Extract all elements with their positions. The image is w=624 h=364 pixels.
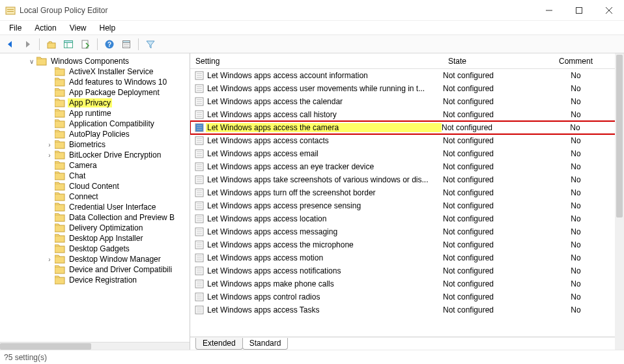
list-row[interactable]: Let Windows apps access the calendarNot …	[190, 95, 624, 108]
tree-node[interactable]: App Package Deployment	[0, 87, 190, 98]
scrollbar-thumb[interactable]	[616, 55, 623, 217]
list-row[interactable]: Let Windows apps access notificationsNot…	[190, 264, 624, 277]
cell-state: Not configured	[443, 201, 528, 210]
filter-button[interactable]	[143, 37, 158, 51]
list-row[interactable]: Let Windows apps access call historyNot …	[190, 108, 624, 121]
folder-icon	[36, 57, 47, 66]
window-title: Local Group Policy Editor	[20, 6, 534, 15]
list-rows[interactable]: Let Windows apps access account informat…	[190, 69, 624, 337]
maximize-button[interactable]	[564, 0, 594, 21]
chevron-down-icon[interactable]: ∨	[26, 58, 36, 65]
list-row[interactable]: Let Windows apps access the cameraNot co…	[190, 121, 624, 134]
vertical-scrollbar[interactable]	[615, 53, 624, 350]
tree-node[interactable]: ›Desktop Window Manager	[0, 254, 190, 264]
list-row[interactable]: Let Windows apps access user movements w…	[190, 82, 624, 95]
tree-node[interactable]: Desktop App Installer	[0, 233, 190, 244]
svg-rect-33	[55, 215, 64, 221]
cell-comment: No	[528, 149, 624, 158]
cell-setting: Let Windows apps access presence sensing	[207, 201, 443, 210]
list-row[interactable]: Let Windows apps make phone callsNot con…	[190, 277, 624, 290]
menu-help[interactable]: Help	[93, 22, 122, 34]
toolbar: ?	[0, 35, 624, 53]
tree-node[interactable]: Application Compatibility	[0, 119, 190, 129]
svg-rect-30	[55, 184, 64, 190]
scrollbar-thumb[interactable]	[0, 343, 91, 350]
expander-icon[interactable]: ›	[44, 141, 55, 148]
folder-icon	[55, 161, 65, 170]
policy-icon	[194, 148, 205, 159]
svg-rect-26	[55, 142, 64, 148]
forward-button[interactable]	[20, 37, 35, 51]
tree-node[interactable]: ›Biometrics	[0, 139, 190, 150]
tree-scroll[interactable]: ∨ Windows Components ActiveX Installer S…	[0, 53, 190, 342]
close-button[interactable]	[594, 0, 624, 21]
cell-setting: Let Windows apps access email	[207, 149, 443, 158]
tab-standard[interactable]: Standard	[242, 338, 289, 350]
tree-node[interactable]: Connect	[0, 191, 190, 202]
list-row[interactable]: Let Windows apps access TasksNot configu…	[190, 303, 624, 316]
policy-icon	[194, 266, 205, 276]
minimize-button[interactable]	[534, 0, 564, 21]
tab-extended[interactable]: Extended	[195, 338, 243, 350]
policy-icon	[194, 122, 205, 133]
list-row[interactable]: Let Windows apps take screenshots of var…	[190, 173, 624, 186]
column-setting[interactable]: Setting	[190, 57, 443, 66]
tree-node[interactable]: Add features to Windows 10	[0, 77, 190, 87]
help-button[interactable]: ?	[102, 37, 117, 51]
tree-node-label: ActiveX Installer Service	[68, 67, 154, 76]
menu-file[interactable]: File	[3, 22, 28, 34]
list-row[interactable]: Let Windows apps turn off the screenshot…	[190, 186, 624, 199]
tree-node[interactable]: App runtime	[0, 108, 190, 119]
expander-icon[interactable]: ›	[44, 256, 55, 263]
tree-node[interactable]: Cloud Content	[0, 181, 190, 191]
cell-state: Not configured	[443, 97, 528, 106]
menu-view[interactable]: View	[63, 22, 93, 34]
column-state[interactable]: State	[443, 57, 528, 66]
properties-button[interactable]	[119, 37, 134, 51]
tree-node[interactable]: Device and Driver Compatibili	[0, 264, 190, 275]
tree-node-label: Connect	[68, 192, 100, 201]
tree-node[interactable]: ActiveX Installer Service	[0, 66, 190, 77]
svg-rect-20	[55, 79, 64, 86]
up-button[interactable]	[44, 37, 59, 51]
list-row[interactable]: Let Windows apps access account informat…	[190, 69, 624, 82]
expander-icon[interactable]: ›	[44, 152, 55, 159]
list-row[interactable]: Let Windows apps control radiosNot confi…	[190, 290, 624, 303]
list-row[interactable]: Let Windows apps access the microphoneNo…	[190, 238, 624, 251]
tree-node[interactable]: ›BitLocker Drive Encryption	[0, 150, 190, 160]
tree-node[interactable]: Chat	[0, 171, 190, 181]
tree-node[interactable]: AutoPlay Policies	[0, 129, 190, 139]
tree-node[interactable]: Desktop Gadgets	[0, 244, 190, 254]
tree-node[interactable]: Camera	[0, 160, 190, 171]
tree-node[interactable]: Delivery Optimization	[0, 223, 190, 233]
list-row[interactable]: Let Windows apps access messagingNot con…	[190, 225, 624, 238]
tree-node-label: Device and Driver Compatibili	[68, 265, 173, 274]
tree-node-label: Desktop Gadgets	[68, 244, 131, 253]
cell-state: Not configured	[443, 266, 528, 275]
svg-rect-18	[36, 59, 46, 65]
back-button[interactable]	[3, 37, 18, 51]
show-hide-tree-button[interactable]	[61, 37, 76, 51]
folder-icon	[55, 234, 65, 243]
list-row[interactable]: Let Windows apps access contactsNot conf…	[190, 134, 624, 147]
cell-state: Not configured	[443, 110, 528, 119]
cell-state: Not configured	[443, 292, 528, 301]
list-row[interactable]: Let Windows apps access presence sensing…	[190, 199, 624, 212]
column-comment[interactable]: Comment	[528, 57, 624, 66]
list-row[interactable]: Let Windows apps access an eye tracker d…	[190, 160, 624, 173]
tree-node-label: Desktop Window Manager	[68, 255, 162, 264]
export-button[interactable]	[78, 37, 93, 51]
tree-node[interactable]: Device Registration	[0, 275, 190, 285]
horizontal-scrollbar[interactable]	[0, 342, 190, 350]
tree-node[interactable]: Credential User Interface	[0, 202, 190, 212]
list-row[interactable]: Let Windows apps access motionNot config…	[190, 251, 624, 264]
policy-icon	[194, 188, 205, 198]
tree-node[interactable]: Data Collection and Preview B	[0, 212, 190, 223]
policy-icon	[194, 227, 205, 237]
tree-node[interactable]: App Privacy	[0, 98, 190, 108]
list-row[interactable]: Let Windows apps access locationNot conf…	[190, 212, 624, 225]
tree-panel: ∨ Windows Components ActiveX Installer S…	[0, 53, 190, 350]
menu-action[interactable]: Action	[28, 22, 63, 34]
tree-node-windows-components[interactable]: ∨ Windows Components	[0, 56, 190, 66]
list-row[interactable]: Let Windows apps access emailNot configu…	[190, 147, 624, 160]
